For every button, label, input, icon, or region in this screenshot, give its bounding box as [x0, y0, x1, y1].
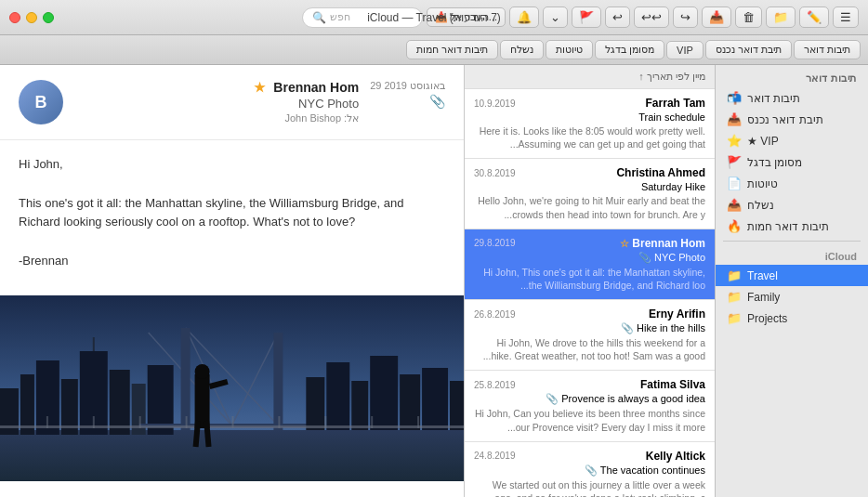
detail-date: 29 באוגוסט 2019 📎	[370, 80, 445, 109]
family-label: Family	[747, 291, 780, 304]
minimize-button[interactable]	[26, 12, 37, 23]
email-item-4[interactable]: Fatima Silva 25.8.2019 Provence is alway…	[465, 371, 715, 441]
preview-5: We started out on this journey a little …	[474, 478, 705, 497]
move-button[interactable]: 📁	[766, 7, 796, 28]
email-item-1[interactable]: Christina Ahmed 30.8.2019 Saturday Hike …	[465, 159, 715, 229]
avatar: B	[19, 80, 63, 124]
filter-dropdown[interactable]: ⌄	[543, 7, 568, 28]
attach-icon-2: 📎	[638, 252, 651, 263]
svg-rect-26	[46, 416, 48, 428]
email-item-0[interactable]: Farrah Tam 10.9.2019 Train schedule Here…	[465, 89, 715, 159]
drafts-icon: 📄	[727, 177, 742, 190]
detail-sender: Brennan Hom ★	[74, 80, 359, 95]
tab-flagged[interactable]: מסומן בדגל	[595, 40, 664, 59]
reply-button[interactable]: ↩	[605, 7, 630, 28]
star-icon-2: ☆	[620, 238, 629, 249]
svg-rect-31	[278, 416, 280, 428]
preview-3: Hi John, We drove to the hills this week…	[474, 336, 705, 362]
title-bar: (7 הודעות) iCloud — Travel 🔍 חפש 📥 העבר …	[0, 0, 868, 35]
tab-drafts[interactable]: טיוטות	[546, 40, 593, 59]
svg-point-36	[195, 364, 210, 379]
notification-button[interactable]: 🔔	[509, 7, 539, 28]
sender-2: Brennan Hom ☆	[620, 237, 705, 250]
smart-label: תיבות דואר חמות	[747, 220, 829, 233]
folder-icon: 📁	[773, 10, 788, 24]
sidebar-toggle[interactable]: ☰	[833, 7, 859, 28]
sidebar-item-inbox[interactable]: תיבת דואר נכנס 📥	[716, 109, 868, 130]
date-0: 10.9.2019	[474, 98, 516, 109]
sidebar: תיבות דואר תיבות דואר 📬 תיבת דואר נכנס 📥…	[715, 65, 868, 497]
forward-button[interactable]: ↪	[673, 7, 698, 28]
flagged-icon: 🚩	[727, 155, 742, 169]
svg-rect-35	[195, 374, 210, 428]
attach-icon-5: 📎	[585, 464, 598, 476]
tab-smart-mailboxes[interactable]: תיבות דואר חמות	[406, 40, 498, 59]
compose-button[interactable]: ✏️	[799, 7, 829, 28]
sidebar-item-vip[interactable]: VIP ★ ⭐	[716, 130, 868, 151]
svg-rect-21	[370, 356, 398, 430]
detail-star-icon[interactable]: ★	[254, 80, 266, 95]
close-button[interactable]	[9, 12, 20, 23]
email-item-5[interactable]: Kelly Altick 24.8.2019 The vacation cont…	[465, 442, 715, 497]
vip-label: VIP ★	[747, 135, 779, 148]
date-2: 29.8.2019	[474, 238, 516, 248]
sidebar-item-mailboxes[interactable]: תיבות דואר 📬	[716, 87, 868, 109]
sidebar-main-header: תיבות דואר	[716, 65, 868, 87]
tab-sent[interactable]: נשלח	[500, 40, 544, 59]
subject-2: NYC Photo 📎	[474, 252, 705, 264]
maximize-button[interactable]	[43, 12, 54, 23]
drafts-label: טיוטות	[747, 177, 778, 190]
family-icon: 📁	[727, 290, 742, 304]
subject-5: The vacation continues 📎	[474, 464, 705, 477]
attach-icon-3: 📎	[621, 322, 634, 334]
email-item-2[interactable]: Brennan Hom ☆ 29.8.2019 NYC Photo 📎 Hi J…	[465, 229, 715, 300]
tab-vip[interactable]: VIP	[666, 41, 704, 59]
travel-label: Travel	[747, 269, 778, 282]
svg-rect-27	[93, 416, 95, 428]
sidebar-icon: ☰	[840, 10, 851, 24]
sent-label: נשלח	[747, 199, 774, 212]
sidebar-item-travel[interactable]: Travel 📁	[716, 265, 868, 286]
detail-to: אל: John Bishop	[74, 112, 359, 124]
email-photo	[0, 295, 464, 481]
sidebar-item-smart[interactable]: תיבות דואר חמות 🔥	[716, 216, 868, 237]
reply-icon: ↩	[612, 10, 623, 24]
date-4: 25.8.2019	[474, 380, 516, 390]
date-5: 24.8.2019	[474, 451, 516, 461]
forward-icon: ↪	[680, 10, 690, 24]
subject-4: Provence is always a good idea 📎	[474, 393, 705, 405]
email-list: מיין לפי תאריך ↑ Farrah Tam 10.9.2019 Tr…	[464, 65, 715, 497]
tab-inbox[interactable]: תיבת דואר נכנס	[705, 40, 792, 59]
svg-rect-8	[110, 370, 130, 435]
svg-rect-1	[0, 430, 464, 481]
trash-button[interactable]: 🗑	[735, 7, 762, 28]
svg-rect-34	[417, 416, 419, 428]
archive-button[interactable]: 📥	[702, 7, 731, 28]
flag-button[interactable]: 🚩	[572, 7, 601, 28]
svg-rect-22	[400, 374, 420, 430]
tab-mailboxes[interactable]: תיבות דואר	[794, 40, 861, 59]
svg-rect-15	[181, 328, 191, 430]
svg-rect-19	[326, 362, 349, 430]
bell-icon: 🔔	[517, 10, 532, 24]
reply-all-button[interactable]: ↩↩	[634, 7, 669, 28]
sidebar-item-projects[interactable]: Projects 📁	[716, 307, 868, 329]
svg-rect-28	[139, 416, 141, 428]
email-list-header[interactable]: מיין לפי תאריך ↑	[465, 65, 715, 89]
sidebar-item-flagged[interactable]: מסומן בדגל 🚩	[716, 151, 868, 173]
email-item-3[interactable]: Erny Arifin 26.8.2019 Hike in the hills …	[465, 300, 715, 371]
svg-rect-18	[306, 377, 324, 430]
vip-icon: ⭐	[727, 134, 742, 148]
sender-0: Farrah Tam	[646, 97, 705, 110]
sidebar-item-sent[interactable]: נשלח 📤	[716, 194, 868, 216]
sidebar-item-drafts[interactable]: טיוטות 📄	[716, 173, 868, 194]
mailboxes-icon: 📬	[727, 91, 742, 105]
trash-icon: 🗑	[743, 10, 755, 24]
traffic-lights[interactable]	[9, 12, 54, 23]
flag-icon: 🚩	[579, 10, 594, 24]
sender-5: Kelly Altick	[646, 450, 705, 463]
svg-rect-20	[351, 381, 368, 430]
svg-rect-29	[186, 416, 188, 428]
svg-rect-33	[371, 416, 373, 428]
sidebar-item-family[interactable]: Family 📁	[716, 286, 868, 307]
